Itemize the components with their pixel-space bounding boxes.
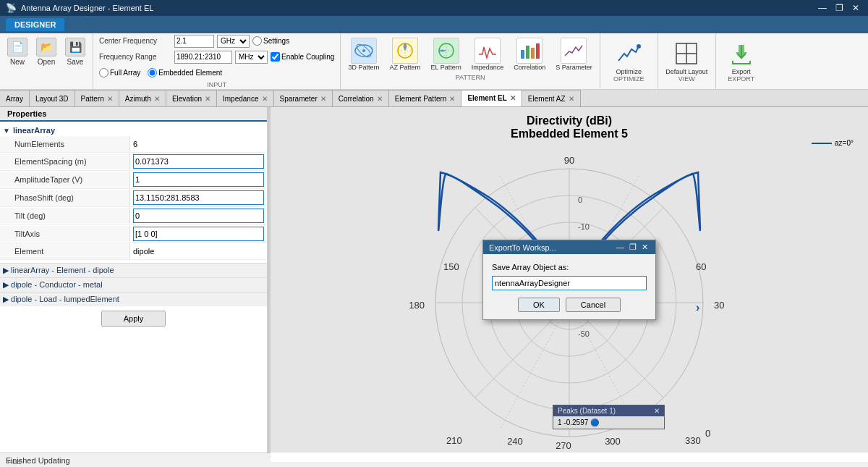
close-tab-pattern[interactable]: ✕ [107, 95, 113, 103]
subheader-arrow-1: ▶ [3, 266, 11, 274]
tab-array[interactable]: Array [0, 90, 30, 107]
impedance-button[interactable]: Impedance [469, 36, 507, 72]
export-button[interactable] [727, 40, 756, 67]
designer-tab[interactable]: DESIGNER [6, 18, 64, 31]
close-tab-impedance[interactable]: ✕ [262, 95, 268, 103]
center-freq-row: Center Frequency GHz MHz Settings [99, 35, 334, 48]
az-pattern-button[interactable]: AZ Pattern [386, 36, 423, 72]
sparameter-button[interactable]: S Parameter [553, 36, 595, 72]
new-button[interactable]: 📄 New [3, 36, 32, 67]
modal-input[interactable] [492, 276, 647, 290]
enable-coupling-label: Enable Coupling [281, 53, 334, 61]
close-tab-sparameter[interactable]: ✕ [320, 95, 326, 103]
svg-rect-10 [526, 46, 529, 59]
toolbar: 📄 New 📂 Open 💾 Save FILE Center Frequenc… [0, 33, 868, 90]
close-tab-element-pattern[interactable]: ✕ [449, 95, 455, 103]
settings-radio[interactable] [252, 36, 262, 46]
phaseshift-input[interactable] [133, 190, 264, 205]
tilt-input[interactable] [133, 209, 264, 223]
correlation-button[interactable]: Correlation [511, 36, 548, 72]
impedance-label: Impedance [472, 64, 504, 71]
modal-title: ExportTo Worksp... [489, 243, 556, 252]
close-tab-elevation[interactable]: ✕ [205, 95, 210, 103]
modal-cancel-button[interactable]: Cancel [566, 298, 621, 312]
full-array-radio[interactable] [99, 68, 109, 77]
new-icon: 📄 [7, 38, 27, 56]
el-pattern-label: EL Pattern [430, 64, 461, 71]
restore-button[interactable]: ❐ [833, 3, 846, 13]
tab-pattern[interactable]: Pattern✕ [75, 90, 119, 107]
default-layout-label: Default Layout [665, 68, 707, 75]
svg-rect-9 [521, 50, 524, 59]
prop-row-amplitude: AmplitudeTaper (V) [0, 171, 267, 189]
embedded-element-label: Embedded Element [158, 69, 222, 77]
tab-sparameter[interactable]: Sparameter✕ [274, 90, 333, 107]
tree-root-header[interactable]: ▼ linearArray [0, 125, 267, 136]
save-button[interactable]: 💾 Save [61, 36, 90, 67]
amplitude-input[interactable] [133, 172, 264, 187]
tab-correlation[interactable]: Correlation✕ [333, 90, 389, 107]
tab-azimuth[interactable]: Azimuth✕ [119, 90, 166, 107]
prop-value-phaseshift[interactable] [130, 189, 267, 206]
subheader-conductor-metal[interactable]: ▶ dipole - Conductor - metal [0, 277, 267, 292]
svg-rect-12 [536, 43, 540, 59]
3d-pattern-label: 3D Pattern [348, 64, 379, 71]
freq-range-unit-select[interactable]: MHz GHz [235, 51, 268, 64]
prop-label-element: Element [0, 243, 130, 259]
prop-label-spacing: ElementSpacing (m) [0, 153, 130, 169]
view-section-label: VIEW [678, 75, 695, 83]
optimize-section-label: OPTIMIZE [613, 75, 644, 83]
open-button[interactable]: 📂 Open [32, 36, 61, 67]
modal-minimize-button[interactable]: — [615, 243, 626, 252]
close-tab-element-az[interactable]: ✕ [569, 95, 574, 103]
settings-label: Settings [263, 37, 289, 45]
modal-save-label: Save Array Object as: [492, 263, 647, 272]
center-freq-input[interactable] [174, 35, 214, 48]
close-tab-correlation[interactable]: ✕ [377, 95, 383, 103]
spacing-input[interactable] [133, 154, 264, 169]
svg-point-13 [637, 44, 641, 49]
freq-range-input[interactable] [174, 51, 232, 64]
embedded-element-radio[interactable] [148, 68, 157, 77]
pattern-section-label: PATTERN [456, 74, 485, 81]
prop-row-tiltaxis: TiltAxis [0, 225, 267, 243]
modal-buttons: OK Cancel [492, 298, 647, 312]
minimize-button[interactable]: — [815, 3, 830, 13]
apply-button[interactable]: Apply [101, 311, 166, 327]
tab-layout3d[interactable]: Layout 3D [30, 90, 75, 107]
close-tab-element-el[interactable]: ✕ [510, 94, 516, 102]
main-area: Directivity (dBi) Embedded Element 5 az=… [271, 107, 868, 453]
svg-rect-11 [531, 48, 535, 59]
prop-value-spacing[interactable] [130, 153, 267, 170]
subheader-element-dipole[interactable]: ▶ linearArray - Element - dipole [0, 263, 267, 277]
tab-element-az[interactable]: Element AZ✕ [522, 90, 581, 107]
optimize-label: Optimize [616, 68, 642, 75]
tab-element-pattern[interactable]: Element Pattern✕ [389, 90, 462, 107]
prop-label-tilt: Tilt (deg) [0, 208, 130, 224]
prop-value-tilt[interactable] [130, 207, 267, 224]
enable-coupling-checkbox[interactable] [271, 52, 280, 62]
el-pattern-button[interactable]: EL Pattern [427, 36, 464, 72]
tab-elevation[interactable]: Elevation✕ [166, 90, 217, 107]
prop-value-tiltaxis[interactable] [130, 225, 267, 243]
optimize-button[interactable] [614, 40, 643, 67]
modal-restore-button[interactable]: ❐ [628, 243, 638, 252]
close-tab-azimuth[interactable]: ✕ [154, 95, 160, 103]
tab-element-el[interactable]: Element EL✕ [461, 90, 522, 107]
left-panel: Properties ▼ linearArray NumElements 6 E… [0, 107, 268, 453]
prop-value-amplitude[interactable] [130, 171, 267, 188]
subheader-load-lumped[interactable]: ▶ dipole - Load - lumpedElement [0, 292, 267, 306]
prop-label-amplitude: AmplitudeTaper (V) [0, 172, 130, 188]
tab-impedance[interactable]: Impedance✕ [217, 90, 273, 107]
tiltaxis-input[interactable] [133, 227, 264, 241]
close-button[interactable]: ✕ [849, 3, 862, 13]
content-area: Properties ▼ linearArray NumElements 6 E… [0, 107, 868, 453]
modal-close-button[interactable]: ✕ [640, 243, 650, 252]
3d-pattern-button[interactable]: 3D Pattern [345, 36, 382, 72]
properties-tab[interactable]: Properties [0, 107, 267, 122]
tree-root-label: linearArray [13, 126, 55, 135]
default-layout-button[interactable] [672, 40, 701, 67]
modal-ok-button[interactable]: OK [518, 298, 560, 312]
tree-arrow-icon: ▼ [3, 127, 10, 135]
center-freq-unit-select[interactable]: GHz MHz [217, 35, 250, 48]
